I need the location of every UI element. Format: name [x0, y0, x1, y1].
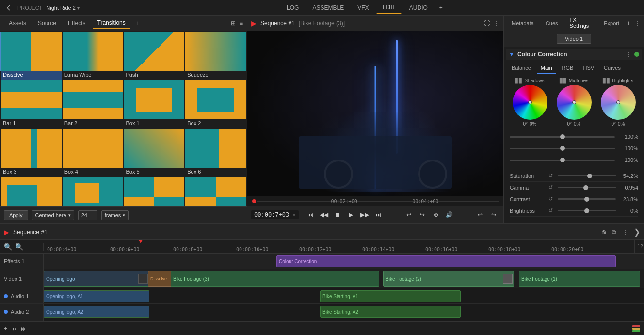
redo-button[interactable]: ↪	[488, 209, 499, 221]
gamma-reset-icon[interactable]: ↺	[548, 184, 553, 191]
tab-metadata[interactable]: Metadata	[508, 18, 538, 28]
tab-transitions[interactable]: Transitions	[93, 17, 130, 29]
fullscreen-icon[interactable]: ⛶	[484, 20, 490, 27]
transition-fourbox2[interactable]: Four Box 2	[185, 177, 246, 206]
cc-settings-icon[interactable]: ⋮	[626, 51, 631, 58]
sequence-menu-icon[interactable]: ⋮	[494, 20, 499, 27]
play-button[interactable]: ▶	[345, 209, 357, 221]
track-content-effects1[interactable]: Colour Correction	[44, 254, 644, 269]
transition-box2[interactable]: Box 2	[185, 80, 246, 128]
clip-opening-logo[interactable]: Opening logo	[44, 271, 149, 287]
clip-colour-correction[interactable]: Colour Correction	[276, 255, 616, 267]
timeline-prev-button[interactable]: ⏮	[11, 325, 17, 332]
transition-bar1[interactable]: Bar 1	[1, 80, 62, 128]
slider-thumb-2[interactable]	[560, 158, 565, 162]
in-point-button[interactable]: ↩	[403, 209, 415, 221]
transition-box3[interactable]: Box 3	[1, 129, 62, 176]
auto-select-icon[interactable]: ⋒	[601, 229, 606, 236]
brightness-thumb[interactable]	[584, 208, 589, 213]
clip-dissolve-transition[interactable]: Dissolve	[148, 271, 172, 287]
transition-box4[interactable]: Box 4	[63, 129, 123, 176]
cc-tab-hsv[interactable]: HSV	[579, 63, 598, 74]
slider-thumb-1[interactable]	[560, 146, 565, 151]
add-to-timeline-button[interactable]: ⊕	[430, 209, 442, 221]
frames-dropdown[interactable]: frames ▾	[101, 210, 129, 220]
zoom-in-icon[interactable]: 🔍	[15, 243, 23, 251]
clip-bike-footage-1[interactable]: Bike Footage (1)	[519, 271, 640, 287]
transition-box8[interactable]: Box 8	[63, 177, 123, 206]
project-name[interactable]: Night Ride 2 ▾	[46, 5, 80, 11]
nav-vfx[interactable]: VFX	[352, 2, 374, 13]
tab-cues[interactable]: Cues	[542, 18, 562, 28]
cc-tab-curves[interactable]: Curves	[600, 63, 625, 74]
apply-button[interactable]: Apply	[4, 210, 28, 220]
clip-opening-logo-a2[interactable]: Opening logo, A2	[44, 306, 149, 318]
nav-audio[interactable]: AUDIO	[403, 2, 434, 13]
nav-assemble[interactable]: ASSEMBLE	[306, 2, 350, 13]
clip-bike-footage-2[interactable]: Bike Footage (2)	[383, 271, 514, 287]
transition-push[interactable]: Push	[124, 32, 185, 80]
centred-dropdown[interactable]: Centred here ▾	[32, 210, 74, 220]
contrast-reset-icon[interactable]: ↺	[548, 196, 553, 202]
transition-box5[interactable]: Box 5	[124, 129, 185, 176]
saturation-thumb[interactable]	[587, 174, 592, 178]
undo-button[interactable]: ↩	[474, 209, 486, 221]
contrast-thumb[interactable]	[584, 197, 589, 202]
go-to-start-button[interactable]: ⏮	[305, 209, 316, 221]
preview-playhead[interactable]	[252, 199, 256, 203]
saturation-slider[interactable]	[558, 175, 616, 176]
list-view-icon[interactable]: ≡	[240, 20, 243, 27]
right-panel-menu-icon[interactable]: ⋮	[634, 20, 640, 27]
back-button[interactable]	[4, 3, 14, 13]
timeline-collapse-icon[interactable]: ❯	[634, 227, 640, 237]
nav-log[interactable]: LOG	[281, 2, 305, 13]
slider-track-2[interactable]	[510, 160, 615, 161]
transition-fourbox1[interactable]: Four Box 1	[124, 177, 185, 206]
grid-view-icon[interactable]: ⊞	[231, 20, 236, 27]
cc-tab-rgb[interactable]: RGB	[558, 63, 578, 74]
gamma-thumb[interactable]	[583, 185, 588, 190]
add-track-icon[interactable]: +	[4, 325, 7, 332]
shadows-wheel[interactable]	[513, 85, 547, 120]
zoom-out-icon[interactable]: 🔍	[4, 243, 12, 251]
track-content-audio1[interactable]: Opening logo, A1 Bike Starting, A1	[44, 288, 644, 303]
slider-thumb-0[interactable]	[560, 134, 565, 139]
copy-icon[interactable]: ⧉	[612, 229, 616, 236]
go-to-end-button[interactable]: ⏭	[372, 209, 384, 221]
timecode-display[interactable]: 00:00:7+03 ▾	[251, 210, 299, 219]
nav-edit[interactable]: EDIT	[376, 2, 401, 14]
duration-input[interactable]	[78, 210, 97, 220]
clip-opening-logo-a1[interactable]: Opening logo, A1	[44, 290, 149, 302]
video1-tab-button[interactable]: Video 1	[557, 34, 591, 44]
tab-effects[interactable]: Effects	[63, 18, 90, 29]
cc-tab-main[interactable]: Main	[537, 63, 556, 74]
clip-bike-footage-3[interactable]: Bike Footage (3)	[171, 271, 379, 287]
clip-bike-starting-a2[interactable]: Bike Starting, A2	[320, 306, 461, 318]
timeline-next-button[interactable]: ⏭	[21, 325, 27, 332]
slider-track-1[interactable]	[510, 148, 615, 149]
transition-box7[interactable]: Box 7	[1, 177, 62, 206]
transition-luma-wipe[interactable]: Luma Wipe	[63, 32, 123, 80]
next-frame-button[interactable]: ▶▶	[359, 209, 370, 221]
tab-source[interactable]: Source	[33, 18, 61, 29]
nav-add-button[interactable]: +	[435, 4, 447, 11]
gamma-slider[interactable]	[558, 187, 616, 188]
audio-button[interactable]: 🔊	[444, 209, 455, 221]
tab-export[interactable]: Export	[600, 18, 623, 28]
transition-dissolve[interactable]: Dissolve	[1, 32, 62, 80]
stop-button[interactable]: ⏹	[332, 209, 343, 221]
tab-assets[interactable]: Assets	[4, 18, 31, 29]
brightness-slider[interactable]	[558, 210, 616, 211]
tab-fx-settings[interactable]: FX Settings	[566, 15, 596, 32]
timeline-menu-icon[interactable]: ⋮	[622, 229, 628, 236]
out-point-button[interactable]: ↪	[417, 209, 428, 221]
track-content-audio2[interactable]: Opening logo, A2 Bike Starting, A2	[44, 304, 644, 319]
transition-box6[interactable]: Box 6	[185, 129, 246, 176]
cc-collapse-icon[interactable]: ▼	[509, 51, 515, 58]
tab-add-button[interactable]: +	[134, 20, 142, 27]
track-content-audio3[interactable]: Bike Riding, A1	[44, 319, 644, 321]
contrast-slider[interactable]	[558, 198, 616, 200]
transition-bar2[interactable]: Bar 2	[63, 80, 123, 128]
transition-squeeze[interactable]: Squeeze	[185, 32, 246, 80]
slider-track-0[interactable]	[510, 136, 615, 138]
